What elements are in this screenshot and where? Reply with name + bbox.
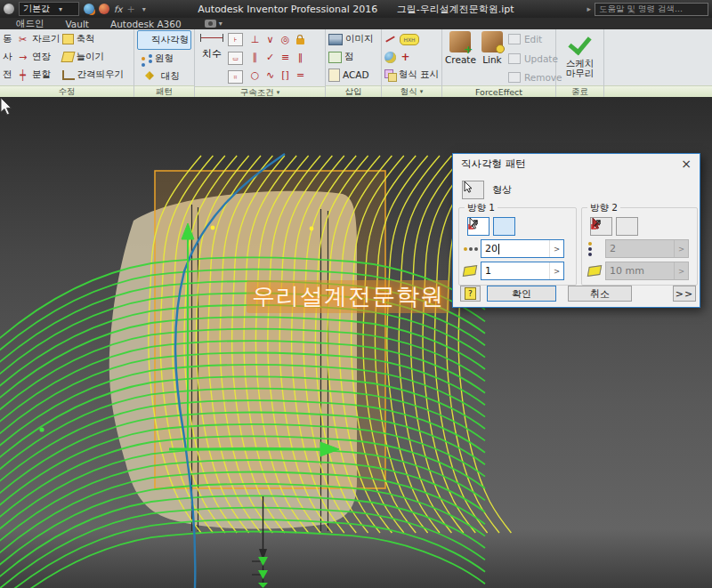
scissors-icon: ✂ [16,33,29,46]
direction1-spacing-input[interactable]: 1 > [481,262,564,280]
rotate-button[interactable]: 전 [3,66,14,84]
flip-icon [467,217,481,230]
move-button[interactable]: 동 [3,30,14,48]
link-button[interactable]: Link [481,31,503,85]
flip-icon [590,217,603,230]
circle-constraint-icon[interactable]: ○ [247,66,263,84]
group-label-pattern[interactable]: 패턴 [134,85,194,97]
group-label-format[interactable]: 형식▾ [382,85,441,97]
rectangular-pattern-button[interactable]: 직사각형 [137,30,191,50]
tab-addins[interactable]: 애드인 [5,18,55,30]
direction1-flip-button[interactable] [493,217,515,236]
tab-vault[interactable]: Vault [55,19,101,29]
parameters-fx-icon[interactable]: fx [114,4,122,14]
inventor-app: { "titlebar": { "app_title": "Autodesk I… [0,0,712,588]
ribbon: 동 사 전 ✂자르기 →연장 ┿분할 축척 늘이기 간격띄우기 수정 직사각형 … [0,29,712,97]
sphere-icon[interactable] [384,52,396,63]
help-search-area: ▸ 도움말 및 명령 검색... [587,3,708,16]
ribbon-tab-bar: 애드인 Vault Autodesk A360 ▾ [0,18,712,29]
sketch-canvas[interactable]: 우리설계전문학원 직사각형 패턴 × 형상 방향 1 방향 2 [0,97,712,588]
construction-line-icon[interactable] [384,34,397,44]
circular-pattern-icon [142,57,145,60]
dimension-button[interactable]: 치수 [198,30,226,86]
add-button-icon[interactable]: + [126,4,134,15]
direction2-flip-button[interactable] [616,217,638,236]
group-label-finish[interactable]: 종료 [556,85,603,97]
coincident-constraint-icon[interactable]: ∨ [263,30,278,48]
lock-constraint-icon[interactable] [293,30,308,48]
mouse-cursor [0,97,14,117]
chevron-down-icon: ▾ [277,89,280,96]
cancel-button[interactable]: 취소 [568,286,632,302]
tab-autodesk-a360[interactable]: Autodesk A360 [100,19,192,29]
group-label-modify[interactable]: 수정 [0,85,134,97]
dialog-title-bar[interactable]: 직사각형 패턴 × [453,154,700,173]
symmetric-constraint-icon[interactable]: [] [278,66,293,84]
direction2-count-field: 2 > [588,239,689,258]
vertical-constraint-icon[interactable]: ‖ [293,48,308,66]
scale-icon [62,34,74,44]
dimension-display-icon[interactable]: ▭ [228,52,243,65]
acad-button[interactable]: ACAD [328,66,378,84]
create-button[interactable]: Create [445,31,476,85]
parallel-constraint-icon[interactable]: ∥ [247,48,263,66]
concentric-constraint-icon[interactable]: ◎ [278,30,293,48]
lock-icon [296,38,304,44]
group-label-insert[interactable]: 삽입 [326,85,381,97]
group-label-forceeffect[interactable]: ForceEffect [442,85,555,97]
help-search-input[interactable]: 도움말 및 명령 검색... [595,3,708,16]
shape-select-button[interactable] [462,181,484,199]
material-sphere-icon[interactable] [4,4,14,14]
appearance-combo[interactable]: 기본값 ▾ [19,2,79,16]
qat-caret-icon[interactable]: ▾ [142,5,146,13]
auto-dimension-icon[interactable]: ⊦ [228,33,243,46]
mirror-button[interactable]: 대칭 [137,68,191,85]
direction1-count-input[interactable]: 20 > [481,239,564,258]
green-check-icon [568,31,591,55]
format-display-button[interactable]: 형식 표시 [384,66,439,84]
scale-button[interactable]: 축척 [62,30,125,48]
acad-file-icon [328,68,340,82]
appearance-sphere-icon[interactable] [84,4,94,14]
smooth-constraint-icon[interactable]: ∿ [263,66,278,84]
flyout-arrow-icon[interactable]: > [549,262,563,279]
perpendicular-constraint-icon[interactable]: ⊥ [247,30,263,48]
finish-sketch-button[interactable]: 스케치 마무리 [556,29,603,85]
group-finish: 스케치 마무리 종료 [556,29,604,97]
chevron-down-icon[interactable]: ▾ [59,5,62,13]
equal-constraint-icon[interactable]: = [293,66,308,84]
close-icon[interactable]: × [681,157,692,170]
group-format: HXH + 형식 표시 형식▾ [382,29,442,97]
image-button[interactable]: 이미지 [328,30,378,48]
tangent-constraint-icon[interactable]: ✓ [263,48,278,66]
split-button[interactable]: ┿분할 [16,66,61,84]
create-hand-icon [449,31,471,52]
points-button[interactable]: 점 [328,48,378,66]
help-icon: ? [465,287,476,300]
text-caret [498,244,499,254]
rectangular-pattern-dialog: 직사각형 패턴 × 형상 방향 1 방향 2 [452,153,700,308]
capture-caret-icon[interactable]: ▾ [219,20,222,28]
layers-icon [384,69,396,81]
circular-pattern-button[interactable]: 원형 [137,50,191,68]
color-sphere-icon[interactable] [99,4,109,14]
horizontal-constraint-icon[interactable]: ≡ [278,48,293,66]
spacing-icon [463,265,478,277]
direction1-buttons [467,217,515,236]
dimension-settings-icon[interactable]: ⌗ [228,70,243,84]
app-title: Autodesk Inventor Professional 2016 [198,4,377,15]
stretch-button[interactable]: 늘이기 [62,48,125,66]
copy-button[interactable]: 사 [3,48,14,66]
extend-button[interactable]: →연장 [16,48,61,66]
centerpoint-icon[interactable]: + [399,51,412,64]
ok-button[interactable]: 확인 [487,286,556,302]
offset-button[interactable]: 간격띄우기 [62,66,125,84]
help-button[interactable]: ? [460,286,481,302]
points-icon [328,52,342,63]
panel-toggle-icon[interactable]: ▸ [587,4,591,13]
trim-button[interactable]: ✂자르기 [16,30,61,48]
driven-dimension-icon[interactable]: HXH [400,34,419,45]
more-button[interactable]: >> [673,286,696,302]
flyout-arrow-icon[interactable]: > [549,240,563,257]
capture-icon[interactable] [205,20,216,28]
